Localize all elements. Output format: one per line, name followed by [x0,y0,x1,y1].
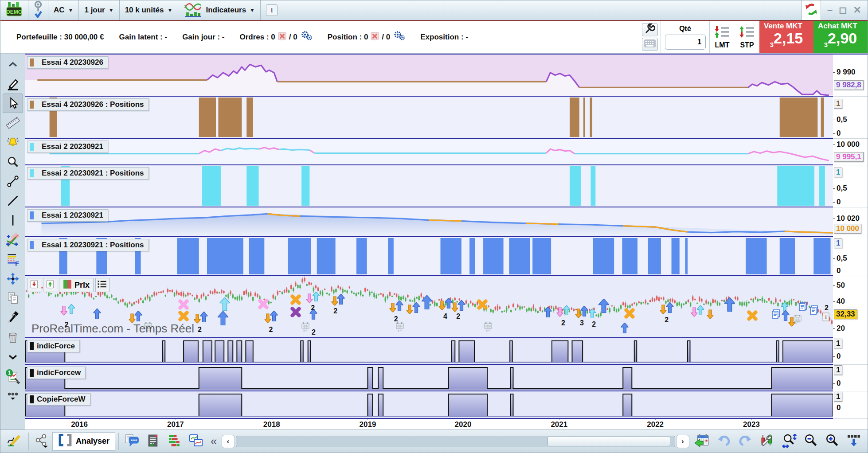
units-select[interactable]: 10 k unités▼ [120,0,179,20]
axis-tick: 10 000 [837,140,860,149]
panel-essai4-pos-label[interactable]: Essai 4 20230926 : Positions [27,98,149,111]
panel-prix-plot[interactable]: i22222224223222ProRealTime.com - Temps R… [25,276,833,338]
drawing-mode-button[interactable] [4,432,25,451]
share-button[interactable] [32,432,51,451]
panel-essai4-label[interactable]: Essai 4 20230926 [27,56,108,69]
info-icon: i [822,312,829,323]
scroll-up-tool[interactable] [3,55,23,74]
alert-bell-tool[interactable] [3,133,23,152]
scroll-right-button[interactable]: › [676,435,689,448]
tools-icon [6,311,20,324]
alert-bell-icon [6,136,20,148]
panel-essai2-plot[interactable]: Essai 2 20230921 [25,139,833,165]
panel-essai2-label[interactable]: Essai 2 20230921 [27,141,108,153]
chart-pencil-icon [7,434,23,449]
collapse-panels-button[interactable] [844,432,864,451]
analyser-button[interactable]: Analyser [52,432,115,451]
panel-essai1-label[interactable]: Essai 1 20230921 [27,209,108,222]
undo-icon [717,434,731,449]
panel-essai2-pos-axis: 10,50 [833,165,868,207]
zoom-fit-button[interactable] [779,432,799,451]
pin-button[interactable] [28,0,48,20]
scrollbar-thumb[interactable] [547,437,670,446]
draw-tool[interactable] [3,74,23,94]
panel-essai1-pos-plot[interactable]: Essai 1 20230921 : Positions [25,237,833,276]
chart-windows-button[interactable] [186,432,206,451]
orders-settings-icon[interactable] [300,31,313,43]
panel-essai2-pos-plot[interactable]: Essai 2 20230921 : Positions [25,165,833,207]
redo-button[interactable] [735,432,755,451]
trash-tool[interactable] [3,328,23,347]
indicators-select[interactable]: Indicateurs▼ [178,0,261,20]
scale-down-button[interactable] [27,278,41,292]
report-button[interactable] [144,432,163,451]
scroll-down-tool[interactable] [3,347,23,367]
info-button[interactable]: i [266,4,278,16]
panel-copieforcew-plot[interactable]: CopieForceW [25,391,833,419]
close-position-icon[interactable] [371,32,379,43]
move-tool[interactable] [3,269,23,289]
panel-indicforcew-label[interactable]: indicForcew [27,367,86,379]
collapse-left-button[interactable]: « [208,434,219,448]
orders-list-button[interactable] [164,432,184,451]
keyboard-icon [644,39,656,50]
panel-indicforcew-plot[interactable]: indicForcew [25,365,833,391]
fibonacci-fan-tool[interactable] [3,230,23,250]
more-icon [6,391,20,401]
panel-essai1-pos-label[interactable]: Essai 1 20230921 : Positions [27,239,149,251]
undo-button[interactable] [714,432,734,451]
pointer-tool[interactable] [3,94,23,113]
more-tool[interactable] [3,386,23,406]
timeframe-select[interactable]: 1 jour▼ [79,0,119,20]
segment-tool[interactable] [3,172,23,191]
ruler-tool[interactable] [3,113,23,133]
scale-up-button[interactable] [43,278,57,292]
duplicate-tool[interactable] [3,289,23,308]
vertical-line-tool[interactable] [3,211,23,230]
lmt-button[interactable]: LMT [710,21,735,53]
tools-tool[interactable] [3,308,23,328]
cancel-orders-icon[interactable] [278,32,286,43]
sell-market-button[interactable]: Vente MKT 32,15 [759,21,813,53]
qty-input[interactable] [665,35,706,50]
fibonacci-levels-tool[interactable]: F [3,250,23,269]
refresh-button[interactable] [802,0,821,20]
last-value-badge: 1 [834,392,842,402]
zoom-in-button[interactable] [822,432,842,451]
zoom-tool[interactable] [3,152,23,172]
price-list-button[interactable] [95,278,109,292]
panel-essai2-pos-label[interactable]: Essai 2 20230921 : Positions [27,167,149,180]
price-panel-label[interactable]: Prix [59,278,94,292]
close-button[interactable]: ✕ [853,0,861,20]
series-color-swatch [30,169,34,177]
chat-button[interactable] [122,432,142,451]
axis-tick: 0 [837,129,841,138]
maximize-button[interactable]: ◻ [839,0,847,20]
order-settings-button[interactable] [642,23,658,36]
panel-indicforce-label[interactable]: indicForce [27,340,80,352]
move-icon [6,272,20,285]
keyboard-button[interactable] [642,38,658,51]
time-scrollbar[interactable]: ‹ › [222,435,689,448]
goto-date-button[interactable] [691,432,712,451]
scrollbar-track[interactable] [236,436,675,447]
position-settings-icon[interactable] [393,31,405,43]
minimize-button[interactable]: – [827,0,833,20]
order-ticket: Qté LMT STP Vente MKT 32,15 Achat MKT 3 [639,21,868,53]
trendline-tool[interactable] [3,191,23,211]
chart-options-button[interactable] [757,432,777,451]
panel-copieforcew-label[interactable]: CopieForceW [27,393,90,406]
scroll-left-button[interactable]: ‹ [222,435,235,448]
indicator-settings-tool[interactable]: 1 [3,367,23,386]
panel-essai4-pos-plot[interactable]: Essai 4 20230926 : Positions [25,97,833,139]
year-label: 2017 [167,420,184,429]
panel-essai1-plot[interactable]: Essai 1 20230921 [25,207,833,237]
buy-market-button[interactable]: Achat MKT 32,90 [813,21,868,53]
zoom-out-button[interactable] [801,432,821,451]
instrument-select[interactable]: AC▼ [48,0,79,20]
panel-essai4-plot[interactable]: Essai 4 20230926 [25,55,833,97]
stp-button[interactable]: STP [735,21,759,53]
panel-indicforce: indicForce10 [25,338,868,365]
candle-colors-icon [63,280,72,291]
panel-indicforce-plot[interactable]: indicForce [25,338,833,365]
